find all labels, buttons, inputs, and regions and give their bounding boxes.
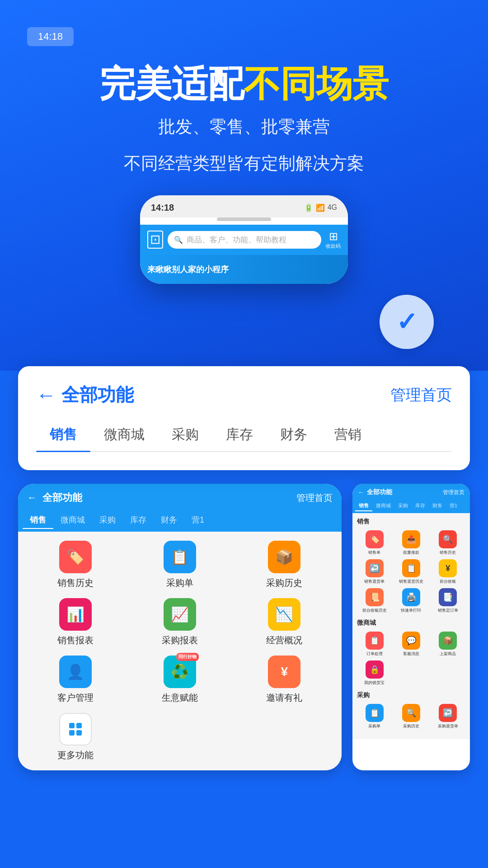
right-phone-title: 全部功能 <box>367 488 440 496</box>
invite-reward-label: 邀请有礼 <box>266 692 302 704</box>
right-section-wechat-title: 微商城 <box>357 619 465 627</box>
headline: 完美适配不同场景 批发、零售、批零兼营 不同经营类型皆有定制解决方案 <box>27 64 461 177</box>
r-sales-icon: 🏷️ <box>366 530 384 548</box>
r-print-label: 快速单打印 <box>401 608 421 613</box>
right-tab-inventory[interactable]: 库存 <box>412 501 429 511</box>
list-item[interactable]: 📈 采购报表 <box>130 598 230 646</box>
list-item[interactable]: 📤 批量推款 <box>394 530 428 556</box>
phone-search-box[interactable]: 🔍 商品、客户、功能、帮助教程 <box>168 231 321 249</box>
left-phone-manage[interactable]: 管理首页 <box>296 492 333 504</box>
panel-back-button[interactable]: ← 全部功能 <box>36 382 134 407</box>
invite-reward-icon: ¥ <box>268 656 300 688</box>
r-shist-icon: 🔍 <box>439 530 457 548</box>
right-tab-marketing[interactable]: 营1 <box>446 501 461 511</box>
list-item[interactable]: 👤 客户管理 <box>25 656 125 704</box>
left-tab-marketing[interactable]: 营1 <box>184 512 211 529</box>
list-item[interactable]: 📊 销售报表 <box>25 598 125 646</box>
phone-scan-icon[interactable]: ⊡ <box>147 231 163 249</box>
list-item[interactable]: 📑 销售定订单 <box>431 588 465 613</box>
right-tab-sales[interactable]: 销售 <box>355 501 372 511</box>
customer-mgmt-label: 客户管理 <box>57 692 94 704</box>
list-item[interactable]: 💬 客服消息 <box>394 632 428 657</box>
left-phone-tabs: 销售 微商城 采购 库存 财务 营1 <box>18 512 342 532</box>
list-item[interactable]: 🔍 采购历史 <box>394 704 428 729</box>
tab-sales[interactable]: 销售 <box>36 420 90 451</box>
tab-finance[interactable]: 财务 <box>267 420 321 451</box>
list-item[interactable]: 🏷️ 销售单 <box>357 530 392 556</box>
left-tab-sales[interactable]: 销售 <box>23 512 53 529</box>
left-tab-finance[interactable]: 财务 <box>154 512 184 529</box>
list-item[interactable]: 🔒 我的锁货宝 <box>357 660 392 686</box>
left-icon-grid: 🏷️ 销售历史 📋 采购单 📦 采购历史 📊 销售报表 <box>25 541 334 761</box>
list-item[interactable]: ↩️ 采购退货单 <box>431 704 465 729</box>
tab-marketing[interactable]: 营销 <box>321 420 375 451</box>
panel-manage-button[interactable]: 管理首页 <box>390 385 452 406</box>
r-purchasehist-icon: 🔍 <box>402 704 420 722</box>
list-item[interactable]: 📋 采购单 <box>357 704 392 729</box>
r-lock-label: 我的锁货宝 <box>364 680 385 686</box>
more-functions-icon <box>59 713 92 745</box>
phone-top-bar: 14:18 🔋 📶 4G <box>140 195 348 217</box>
left-tab-wechat[interactable]: 微商城 <box>53 512 92 529</box>
r-purchaseorder-icon: 📋 <box>366 704 384 722</box>
right-tab-finance[interactable]: 财务 <box>429 501 446 511</box>
customer-mgmt-icon: 👤 <box>59 656 92 688</box>
list-item[interactable]: ♻️ 同行好物 生意赋能 <box>130 656 230 704</box>
list-item[interactable]: 📦 上架商品 <box>431 632 465 657</box>
left-phone-back-icon[interactable]: ← <box>27 492 37 504</box>
status-time: 14:18 <box>27 27 74 46</box>
grid-icon <box>69 723 82 736</box>
panel-tabs: 销售 微商城 采购 库存 财务 营销 <box>36 420 452 452</box>
list-item[interactable]: 📋 采购单 <box>130 541 230 589</box>
r-product-label: 上架商品 <box>440 651 456 657</box>
phone-banner-text: 来瞅瞅别人家的小程序 <box>147 264 341 275</box>
r-purchasehist-label: 采购历史 <box>403 723 419 729</box>
headline-sub1: 批发、零售、批零兼营 <box>27 113 461 141</box>
list-item[interactable]: 更多功能 <box>25 713 125 761</box>
list-item[interactable]: ¥ 前台收银 <box>431 559 465 585</box>
list-item[interactable]: 📋 订单处理 <box>357 632 392 657</box>
bottom-section: ← 全部功能 管理首页 销售 微商城 采购 库存 财务 营1 🏷️ 销售历史 📋 <box>0 470 488 797</box>
right-tab-wechat[interactable]: 微商城 <box>372 501 394 511</box>
left-tab-inventory[interactable]: 库存 <box>123 512 154 529</box>
purchase-history-label: 采购历史 <box>266 577 302 589</box>
list-item[interactable]: 📦 采购历史 <box>235 541 334 589</box>
sales-report-label: 销售报表 <box>57 634 94 646</box>
list-item[interactable]: 📉 经营概况 <box>235 598 334 646</box>
list-item[interactable]: 🔍 销售历史 <box>431 530 465 556</box>
new-badge: 同行好物 <box>176 653 199 661</box>
headline-white: 完美适配 <box>99 64 244 104</box>
list-item[interactable]: ¥ 邀请有礼 <box>235 656 334 704</box>
phone-qr-icon[interactable]: ⊞ 收款码 <box>326 230 341 250</box>
left-tab-purchase[interactable]: 采购 <box>92 512 123 529</box>
right-tab-purchase[interactable]: 采购 <box>394 501 412 511</box>
phone-notch <box>217 217 271 221</box>
phone-time: 14:18 <box>151 203 174 213</box>
tab-wechat-shop[interactable]: 微商城 <box>90 420 158 451</box>
right-phone-manage[interactable]: 管理首页 <box>443 489 465 496</box>
r-order-icon: 📑 <box>439 588 457 606</box>
purchase-order-icon: 📋 <box>164 541 196 573</box>
top-section: 14:18 完美适配不同场景 批发、零售、批零兼营 不同经营类型皆有定制解决方案… <box>0 0 488 371</box>
phone-banner: 来瞅瞅别人家的小程序 <box>140 255 348 284</box>
list-item[interactable]: 🏷️ 销售历史 <box>25 541 125 589</box>
tab-inventory[interactable]: 库存 <box>212 420 267 451</box>
list-item[interactable]: ↩️ 销售退货单 <box>357 559 392 585</box>
r-lock-icon: 🔒 <box>366 660 384 679</box>
tab-purchase[interactable]: 采购 <box>158 420 212 451</box>
list-item[interactable]: 📜 前台收银历史 <box>357 588 392 613</box>
biz-empower-icon: ♻️ 同行好物 <box>164 656 196 688</box>
r-cashier-icon: ¥ <box>439 559 457 577</box>
right-phone-tabs: 销售 微商城 采购 库存 财务 营1 <box>352 501 470 513</box>
list-item[interactable]: 📋 销售退货历史 <box>394 559 428 585</box>
r-purchaseorder-label: 采购单 <box>368 723 380 729</box>
right-phone-back-icon[interactable]: ← <box>358 489 364 496</box>
r-print-icon: 🖨️ <box>402 588 420 606</box>
right-section-sales-title: 销售 <box>357 518 465 526</box>
list-item[interactable]: 🖨️ 快速单打印 <box>394 588 428 613</box>
r-orders-icon: 📋 <box>366 632 384 650</box>
left-phone: ← 全部功能 管理首页 销售 微商城 采购 库存 财务 营1 🏷️ 销售历史 📋 <box>18 484 342 770</box>
biz-empower-label: 生意赋能 <box>162 692 198 704</box>
check-mark-icon: ✓ <box>396 307 418 336</box>
r-sreturn-label: 销售退货单 <box>364 579 385 585</box>
